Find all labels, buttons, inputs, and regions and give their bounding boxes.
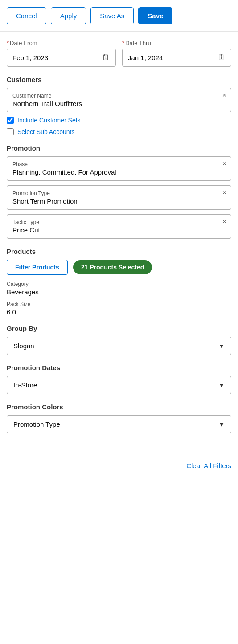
date-from-text: Date From <box>10 40 37 46</box>
promotion-dates-arrow-icon: ▼ <box>218 382 225 389</box>
promotion-colors-dropdown[interactable]: Promotion Type ▼ <box>7 415 231 433</box>
date-row: *Date From Feb 1, 2023 🗓 *Date Thru Jan … <box>7 40 231 67</box>
select-sub-accounts-checkbox[interactable] <box>7 128 14 135</box>
tactic-type-close[interactable]: × <box>222 218 226 225</box>
tactic-type-box: × Tactic Type Price Cut <box>7 214 231 239</box>
filter-products-button[interactable]: Filter Products <box>7 260 68 275</box>
date-thru-field: *Date Thru Jan 1, 2024 🗓 <box>122 40 231 67</box>
apply-button[interactable]: Apply <box>51 7 86 24</box>
cancel-button[interactable]: Cancel <box>7 7 46 24</box>
date-from-value: Feb 1, 2023 <box>12 54 102 61</box>
category-row: Category Beverages <box>7 281 231 296</box>
promotion-colors-arrow-icon: ▼ <box>218 421 225 428</box>
products-section: Products Filter Products 21 Products Sel… <box>7 248 231 316</box>
promotion-section: Promotion × Phase Planning, Committed, F… <box>7 144 231 239</box>
promotion-dates-title: Promotion Dates <box>7 364 231 371</box>
customer-name-value: Northern Trail Outfitters <box>12 100 226 107</box>
date-thru-text: Date Thru <box>125 40 151 46</box>
include-customer-sets-row: Include Customer Sets <box>7 117 231 124</box>
pack-size-label: Pack Size <box>7 301 231 307</box>
customer-name-box: × Customer Name Northern Trail Outfitter… <box>7 88 231 112</box>
select-sub-accounts-label[interactable]: Select Sub Accounts <box>17 128 74 135</box>
phase-box: × Phase Planning, Committed, For Approva… <box>7 156 231 181</box>
pack-size-value: 6.0 <box>7 308 231 316</box>
required-marker-from: * <box>7 40 9 46</box>
group-by-title: Group By <box>7 325 231 332</box>
customer-name-label: Customer Name <box>12 93 226 99</box>
date-from-label: *Date From <box>7 40 116 46</box>
required-marker-thru: * <box>122 40 124 46</box>
promotion-type-close[interactable]: × <box>222 189 226 196</box>
select-sub-accounts-row: Select Sub Accounts <box>7 128 231 135</box>
date-thru-label: *Date Thru <box>122 40 231 46</box>
category-label: Category <box>7 281 231 287</box>
tactic-type-value: Price Cut <box>12 226 226 234</box>
promotion-type-box: × Promotion Type Short Term Promotion <box>7 185 231 210</box>
save-button[interactable]: Save <box>138 7 172 24</box>
phase-close[interactable]: × <box>222 160 226 167</box>
date-thru-input[interactable]: Jan 1, 2024 🗓 <box>122 49 231 67</box>
tactic-type-label: Tactic Type <box>12 219 226 225</box>
promotion-type-value: Short Term Promotion <box>12 197 226 205</box>
promotion-title: Promotion <box>7 144 231 152</box>
promotion-dates-dropdown[interactable]: In-Store ▼ <box>7 376 231 394</box>
promotion-dates-value: In-Store <box>13 381 218 389</box>
include-customer-sets-checkbox[interactable] <box>7 117 14 124</box>
calendar-icon-from: 🗓 <box>102 53 110 62</box>
promotion-dates-section: Promotion Dates In-Store ▼ <box>7 364 231 394</box>
group-by-dropdown[interactable]: Slogan ▼ <box>7 337 231 355</box>
main-content: *Date From Feb 1, 2023 🗓 *Date Thru Jan … <box>0 32 238 456</box>
customer-name-close[interactable]: × <box>222 92 226 99</box>
phase-value: Planning, Committed, For Approval <box>12 168 226 176</box>
category-value: Beverages <box>7 288 231 296</box>
group-by-section: Group By Slogan ▼ <box>7 325 231 355</box>
group-by-arrow-icon: ▼ <box>218 342 225 350</box>
promotion-colors-section: Promotion Colors Promotion Type ▼ <box>7 403 231 433</box>
promotion-type-label: Promotion Type <box>12 190 226 196</box>
pack-size-row: Pack Size 6.0 <box>7 301 231 316</box>
group-by-value: Slogan <box>13 342 218 350</box>
products-title: Products <box>7 248 231 255</box>
date-from-field: *Date From Feb 1, 2023 🗓 <box>7 40 116 67</box>
products-action-row: Filter Products 21 Products Selected <box>7 260 231 275</box>
promotion-colors-value: Promotion Type <box>13 420 218 428</box>
products-selected-badge[interactable]: 21 Products Selected <box>73 260 152 274</box>
customers-section: Customers × Customer Name Northern Trail… <box>7 76 231 135</box>
clear-all-filters-button[interactable]: Clear All Filters <box>186 462 231 469</box>
date-thru-value: Jan 1, 2024 <box>128 54 217 61</box>
customers-title: Customers <box>7 76 231 83</box>
save-as-button[interactable]: Save As <box>90 7 134 24</box>
toolbar: Cancel Apply Save As Save <box>0 0 238 32</box>
calendar-icon-thru: 🗓 <box>217 53 226 62</box>
date-from-input[interactable]: Feb 1, 2023 🗓 <box>7 49 116 67</box>
promotion-colors-title: Promotion Colors <box>7 403 231 411</box>
clear-all-row: Clear All Filters <box>0 456 238 474</box>
include-customer-sets-label[interactable]: Include Customer Sets <box>17 117 81 124</box>
phase-label: Phase <box>12 161 226 167</box>
